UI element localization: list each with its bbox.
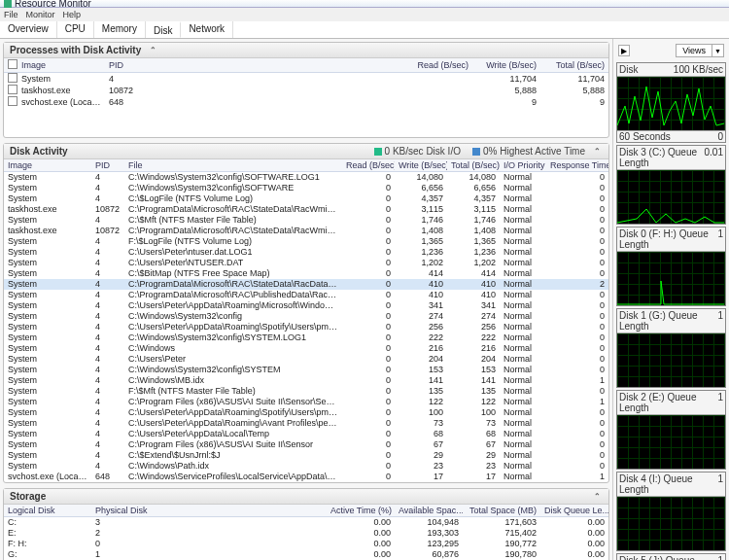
graph: Disk 1 (G:) Queue Length1 <box>616 308 726 388</box>
col-image[interactable]: Image <box>4 159 91 172</box>
table-row[interactable]: System4C:\Users\Peter\ntuser.dat.LOG101,… <box>4 247 608 258</box>
col-write[interactable]: Write (B/sec) <box>472 58 540 73</box>
col-write[interactable]: Write (B/sec) <box>395 159 447 172</box>
graph: Disk 2 (E:) Queue Length1 <box>616 390 726 470</box>
stat-active-time: 0% Highest Active Time <box>483 146 585 157</box>
table-row[interactable]: System4F:\$LogFile (NTFS Volume Log)01,3… <box>4 236 608 247</box>
table-row[interactable]: System4C:\Windows\MB.idx0141141Normal1 <box>4 375 608 386</box>
chevron-up-icon[interactable]: ⌃ <box>147 45 158 56</box>
storage-header[interactable]: Storage ⌃ <box>4 489 608 505</box>
processes-panel: Processes with Disk Activity ⌃ Image PID… <box>3 42 609 138</box>
table-row[interactable]: System4C:\$Extend\$UsnJrnl:$J02929Normal… <box>4 450 608 461</box>
col-read[interactable]: Read (B/sec) <box>404 58 472 73</box>
table-row[interactable]: svchost.exe (LocalServiceNetwo...648C:\W… <box>4 472 608 482</box>
graph-scale: 0.01 <box>705 147 723 168</box>
app-icon <box>4 0 12 8</box>
graph: Disk 3 (C:) Queue Length0.01 <box>616 145 726 225</box>
graph-title: Disk 3 (C:) Queue Length <box>619 147 705 168</box>
tab-overview[interactable]: Overview <box>0 21 57 38</box>
table-row[interactable]: taskhost.exe108725,8885,888 <box>4 85 608 96</box>
table-row[interactable]: System4C:\Users\Peter\AppData\Roaming\Av… <box>4 418 608 429</box>
table-row[interactable]: System4C:\ProgramData\Microsoft\RAC\Publ… <box>4 290 608 300</box>
graph: Disk 0 (F: H:) Queue Length1 <box>616 227 726 306</box>
green-square-icon <box>374 148 382 156</box>
table-row[interactable]: System4C:\Windows\System32\config\SYSTEM… <box>4 365 608 375</box>
chevron-up-icon[interactable]: ⌃ <box>591 146 603 158</box>
graph-scale: 1 <box>717 228 723 250</box>
views-dropdown-icon[interactable]: ▼ <box>712 44 724 57</box>
table-row[interactable]: E:20.00193,303715,4020.00 <box>4 527 608 538</box>
col-total[interactable]: Total (B/sec) <box>540 58 608 73</box>
stat-disk-io: 0 KB/sec Disk I/O <box>385 146 461 157</box>
storage-title: Storage <box>10 491 46 502</box>
graph-scale: 1 <box>717 392 723 413</box>
tab-cpu[interactable]: CPU <box>57 21 94 38</box>
views-button[interactable]: Views <box>676 44 712 57</box>
col-priority[interactable]: I/O Priority <box>500 159 546 172</box>
table-row[interactable]: System4C:\Program Files (x86)\ASUS\AI Su… <box>4 397 608 407</box>
col-avail[interactable]: Available Spac... <box>395 505 463 517</box>
col-logical[interactable]: Logical Disk <box>4 505 91 517</box>
graph-title: Disk 5 (J:) Queue Length <box>619 555 717 560</box>
table-row[interactable]: svchost.exe (LocalServiceNet...64899 <box>4 96 608 108</box>
table-row[interactable]: System4C:\Users\Peter\NTUSER.DAT01,2021,… <box>4 258 608 268</box>
table-row[interactable]: System4C:\Users\Peter0204204Normal0 <box>4 354 608 365</box>
col-totalspace[interactable]: Total Space (MB) <box>463 505 540 517</box>
col-pid[interactable]: PID <box>105 58 163 73</box>
table-row[interactable]: taskhost.exe10872C:\ProgramData\Microsof… <box>4 226 608 236</box>
table-row[interactable]: System411,70411,704 <box>4 73 608 86</box>
graphs-sidebar: ▶ Views ▼ Disk100 KB/sec60 Seconds0Disk … <box>612 39 729 560</box>
collapse-arrow-icon[interactable]: ▶ <box>618 45 630 56</box>
table-row[interactable]: System4C:\Windows\Path.idx02323Normal0 <box>4 461 608 472</box>
col-response[interactable]: Response Time ... <box>546 159 608 172</box>
window-titlebar: Resource Monitor <box>0 0 729 8</box>
table-row[interactable]: System4C:\$BitMap (NTFS Free Space Map)0… <box>4 268 608 279</box>
graph-title: Disk 0 (F: H:) Queue Length <box>619 228 717 250</box>
chevron-up-icon[interactable]: ⌃ <box>591 490 603 502</box>
col-physical[interactable]: Physical Disk <box>91 505 179 517</box>
table-row[interactable]: G:10.0060,876190,7800.00 <box>4 548 608 559</box>
tab-network[interactable]: Network <box>181 21 233 38</box>
row-checkbox[interactable] <box>8 73 17 83</box>
row-checkbox[interactable] <box>8 96 17 106</box>
menu-help[interactable]: Help <box>63 8 82 21</box>
table-row[interactable]: System4C:\Windows\System32\config0274274… <box>4 311 608 322</box>
table-row[interactable]: System4C:\Windows\System32\config\SOFTWA… <box>4 172 608 183</box>
graph-title: Disk 1 (G:) Queue Length <box>619 310 717 332</box>
storage-panel: Storage ⌃ Logical Disk Physical Disk Act… <box>3 488 609 561</box>
menu-monitor[interactable]: Monitor <box>26 8 55 21</box>
col-checkbox[interactable] <box>4 58 17 73</box>
processes-header[interactable]: Processes with Disk Activity ⌃ <box>4 43 608 58</box>
table-row[interactable]: System4C:\Users\Peter\AppData\Roaming\Sp… <box>4 322 608 332</box>
table-row[interactable]: System4C:\Windows\System32\config\SYSTEM… <box>4 332 608 343</box>
col-active[interactable]: Active Time (%) <box>327 505 395 517</box>
table-row[interactable]: taskhost.exe10872C:\ProgramData\Microsof… <box>4 204 608 215</box>
table-row[interactable]: F: H:00.00123,295190,7720.00 <box>4 538 608 548</box>
tab-memory[interactable]: Memory <box>94 21 146 38</box>
table-row[interactable]: System4C:\Users\Peter\AppData\Roaming\Mi… <box>4 300 608 311</box>
row-checkbox[interactable] <box>8 85 17 94</box>
table-row[interactable]: System4C:\ProgramData\Microsoft\RAC\Stat… <box>4 279 608 290</box>
table-row[interactable]: System4C:\Users\Peter\AppData\Roaming\Sp… <box>4 407 608 418</box>
graph-title: Disk 4 (I:) Queue Length <box>619 473 717 495</box>
graph-scale: 1 <box>717 310 723 332</box>
col-image[interactable]: Image <box>17 58 105 73</box>
tab-disk[interactable]: Disk <box>146 21 181 38</box>
col-file[interactable]: File <box>124 159 342 172</box>
table-row[interactable]: System4F:\$Mft (NTFS Master File Table)0… <box>4 386 608 397</box>
menu-file[interactable]: File <box>4 8 18 21</box>
table-row[interactable]: C:30.00104,948171,6030.00 <box>4 516 608 527</box>
col-queue[interactable]: Disk Queue Le... <box>540 505 608 517</box>
table-row[interactable]: System4C:\Program Files (x86)\ASUS\AI Su… <box>4 439 608 450</box>
col-pid[interactable]: PID <box>91 159 124 172</box>
table-row[interactable]: System4C:\Windows\System32\config\SOFTWA… <box>4 183 608 193</box>
storage-table: Logical Disk Physical Disk Active Time (… <box>4 505 608 561</box>
table-row[interactable]: System4C:\$LogFile (NTFS Volume Log)04,3… <box>4 193 608 204</box>
col-read[interactable]: Read (B/sec) <box>342 159 395 172</box>
table-row[interactable]: System4C:\Users\Peter\AppData\Local\Temp… <box>4 429 608 439</box>
col-total[interactable]: Total (B/sec) <box>447 159 500 172</box>
table-row[interactable]: System4C:\$Mft (NTFS Master File Table)0… <box>4 215 608 226</box>
disk-activity-header[interactable]: Disk Activity 0 KB/sec Disk I/O 0% Highe… <box>4 144 608 159</box>
table-row[interactable]: System4C:\Windows0216216Normal0 <box>4 343 608 354</box>
menubar: File Monitor Help <box>0 8 729 21</box>
